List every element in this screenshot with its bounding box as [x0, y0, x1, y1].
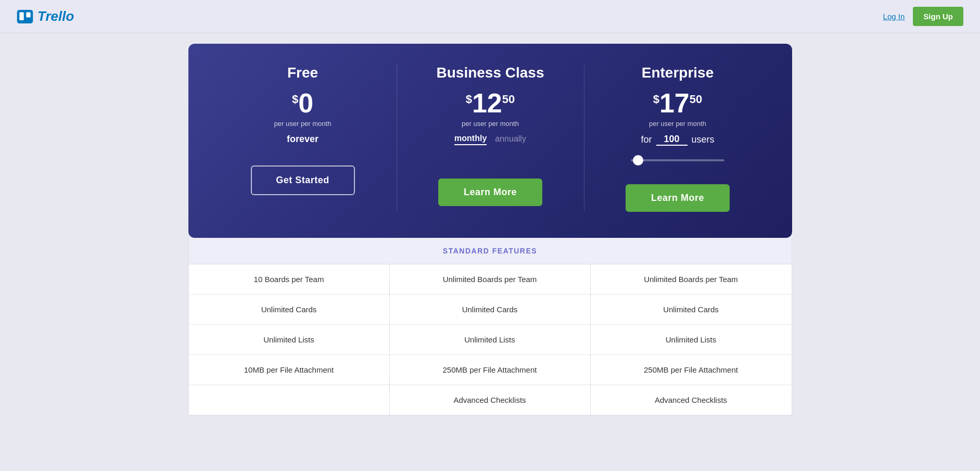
signup-button[interactable]: Sign Up [913, 7, 963, 26]
billing-monthly[interactable]: monthly [454, 134, 487, 145]
features-header: STANDARD FEATURES [189, 238, 792, 264]
feature-row-4-business: 250MB per File Attachment [390, 355, 591, 385]
feature-row-2-free: Unlimited Cards [189, 295, 390, 325]
business-price-period: per user per month [462, 120, 519, 128]
enterprise-users-input[interactable] [656, 134, 688, 146]
header-nav: Log In Sign Up [883, 7, 963, 26]
logo-text: Trello [37, 8, 74, 24]
tier-free: Free $ 0 per user per month forever Get … [209, 65, 397, 212]
feature-row-3-free: Unlimited Lists [189, 325, 390, 355]
free-price-period: per user per month [274, 120, 332, 128]
tier-business: Business Class $ 12 50 per user per mont… [397, 65, 584, 212]
main-content: Free $ 0 per user per month forever Get … [178, 44, 803, 416]
feature-row-4-free: 10MB per File Attachment [189, 355, 390, 385]
feature-row-1-free: 10 Boards per Team [189, 264, 390, 295]
business-cta-button[interactable]: Learn More [438, 179, 542, 206]
features-section: STANDARD FEATURES 10 Boards per Team Unl… [188, 238, 792, 416]
enterprise-users-control: for users [641, 134, 714, 146]
feature-row-3-business: Unlimited Lists [390, 325, 591, 355]
free-price-dollar: $ [292, 93, 298, 106]
free-price-main: 0 [298, 90, 313, 117]
business-price-cents: 50 [502, 93, 515, 106]
feature-row-5-free [189, 385, 390, 415]
features-header-text: STANDARD FEATURES [443, 247, 537, 255]
business-price-dollar: $ [466, 93, 472, 106]
enterprise-tier-price: $ 17 50 [653, 90, 703, 117]
business-tier-name: Business Class [437, 65, 544, 81]
pricing-tiers: Free $ 0 per user per month forever Get … [188, 44, 792, 238]
svg-rect-2 [26, 12, 30, 17]
pricing-card: Free $ 0 per user per month forever Get … [188, 44, 792, 238]
free-tier-price: $ 0 [292, 90, 313, 117]
feature-row-1-enterprise: Unlimited Boards per Team [591, 264, 792, 295]
feature-row-2-business: Unlimited Cards [390, 295, 591, 325]
feature-row-5-enterprise: Advanced Checklists [591, 385, 792, 415]
business-tier-price: $ 12 50 [466, 90, 515, 117]
enterprise-users-pre-label: for [641, 134, 652, 145]
feature-row-3-enterprise: Unlimited Lists [591, 325, 792, 355]
free-tier-name: Free [287, 65, 318, 81]
enterprise-price-period: per user per month [649, 120, 706, 128]
business-price-main: 12 [472, 90, 502, 117]
feature-row-2-enterprise: Unlimited Cards [591, 295, 792, 325]
enterprise-slider-container [631, 154, 724, 163]
billing-toggle: monthly annually [454, 134, 526, 145]
tier-enterprise: Enterprise $ 17 50 per user per month fo… [584, 65, 771, 212]
billing-annually[interactable]: annually [495, 134, 526, 145]
trello-logo-icon [17, 10, 33, 23]
enterprise-price-cents: 50 [690, 93, 702, 106]
enterprise-tier-name: Enterprise [642, 65, 714, 81]
free-forever-label: forever [287, 134, 319, 145]
enterprise-users-slider[interactable] [631, 159, 724, 161]
enterprise-price-dollar: $ [653, 93, 659, 106]
logo-link[interactable]: Trello [17, 8, 74, 24]
login-button[interactable]: Log In [883, 12, 905, 21]
free-cta-button[interactable]: Get Started [251, 166, 355, 195]
feature-row-5-business: Advanced Checklists [390, 385, 591, 415]
features-table: 10 Boards per Team Unlimited Boards per … [189, 264, 792, 415]
enterprise-cta-button[interactable]: Learn More [626, 184, 730, 212]
svg-rect-1 [19, 12, 23, 20]
feature-row-4-enterprise: 250MB per File Attachment [591, 355, 792, 385]
enterprise-users-post-label: users [692, 134, 715, 145]
feature-row-1-business: Unlimited Boards per Team [390, 264, 591, 295]
enterprise-price-main: 17 [659, 90, 690, 117]
site-header: Trello Log In Sign Up [0, 0, 980, 33]
